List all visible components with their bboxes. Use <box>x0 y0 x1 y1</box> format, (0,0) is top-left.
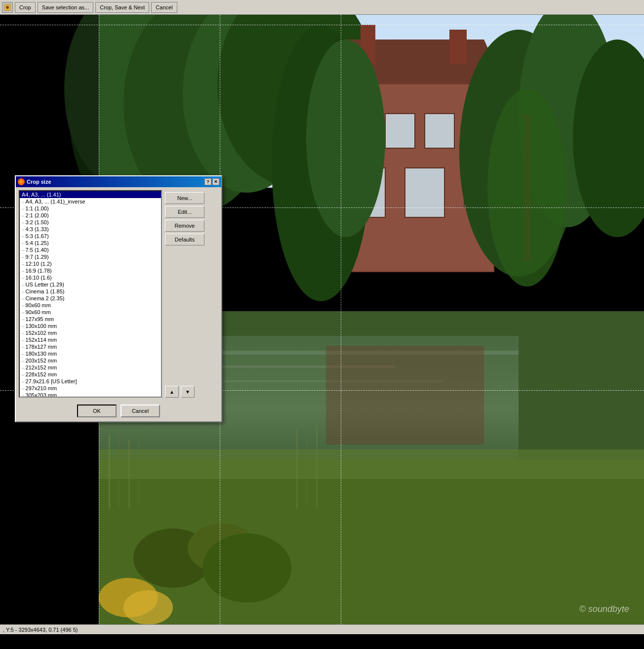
svg-rect-42 <box>128 440 130 509</box>
svg-rect-46 <box>316 425 318 509</box>
arrow-buttons: ▲ ▼ <box>165 382 204 398</box>
toolbar: Crop Save selection as... Crop, Save & N… <box>0 0 644 15</box>
dialog-title-left: 🔶 Crop size <box>18 178 51 185</box>
list-item[interactable]: A4, A3, ... (1.41) <box>20 191 161 198</box>
list-item[interactable]: –305x203 mm <box>20 392 161 398</box>
svg-point-28 <box>487 89 566 286</box>
dialog-help-button[interactable]: ? <box>204 178 211 185</box>
new-button[interactable]: New... <box>165 192 204 204</box>
svg-rect-36 <box>99 449 644 479</box>
svg-rect-14 <box>449 30 467 64</box>
list-item[interactable]: –5:4 (1.25) <box>20 240 161 246</box>
svg-rect-41 <box>119 430 120 509</box>
app-icon <box>2 2 13 13</box>
crop-button[interactable]: Crop <box>15 2 36 13</box>
svg-rect-34 <box>326 346 484 445</box>
dialog-footer: OK Cancel <box>16 401 221 421</box>
svg-point-39 <box>202 533 291 603</box>
list-item[interactable]: –1:1 (1.00) <box>20 205 161 212</box>
list-item[interactable]: –16:9 (1.78) <box>20 267 161 274</box>
svg-rect-44 <box>296 430 298 509</box>
list-item[interactable]: –5:3 (1.67) <box>20 233 161 240</box>
list-item[interactable]: –90x60 mm <box>20 309 161 316</box>
list-item[interactable]: –Cinema 2 (2.35) <box>20 295 161 302</box>
list-item[interactable]: –27.9x21.6 [US Letter] <box>20 378 161 385</box>
dialog-action-buttons: New... Edit... Remove Defaults ▲ ▼ <box>165 190 204 398</box>
list-item[interactable]: –152x102 mm <box>20 329 161 336</box>
list-item[interactable]: –152x114 mm <box>20 336 161 343</box>
list-item[interactable]: –7:5 (1.40) <box>20 246 161 253</box>
canvas-area: © soundbyte 🔶 Crop size ? ✕ A4, A3, ... … <box>0 15 644 634</box>
dialog-titlebar: 🔶 Crop size ? ✕ <box>16 176 221 187</box>
remove-button[interactable]: Remove <box>165 220 204 232</box>
svg-rect-40 <box>109 435 110 509</box>
watermark: © soundbyte <box>579 604 629 614</box>
list-item[interactable]: –Cinema 1 (1.85) <box>20 288 161 295</box>
list-item[interactable]: –9:7 (1.29) <box>20 253 161 260</box>
status-text: , Y:5 - 3293x4643, 0.71 (496 5) <box>3 627 78 633</box>
list-item[interactable]: –16:10 (1.6) <box>20 274 161 281</box>
cancel-toolbar-button[interactable]: Cancel <box>151 2 177 13</box>
svg-rect-43 <box>138 435 139 509</box>
move-down-button[interactable]: ▼ <box>181 386 195 398</box>
list-item[interactable]: –130x100 mm <box>20 323 161 329</box>
move-up-button[interactable]: ▲ <box>165 386 179 398</box>
list-item[interactable]: –4:3 (1.33) <box>20 226 161 233</box>
dialog-title-text: Crop size <box>27 179 51 185</box>
dialog-body: A4, A3, ... (1.41)–A4, A3, ... (1.41)_in… <box>16 187 221 401</box>
list-item[interactable]: –A4, A3, ... (1.41)_inverse <box>20 198 161 205</box>
svg-rect-20 <box>405 168 444 217</box>
list-item[interactable]: –127x95 mm <box>20 316 161 323</box>
crop-size-dialog: 🔶 Crop size ? ✕ A4, A3, ... (1.41)–A4, A… <box>15 175 222 422</box>
crop-line-right <box>341 15 341 634</box>
list-item[interactable]: –US Letter (1.29) <box>20 281 161 288</box>
ok-button[interactable]: OK <box>77 405 117 417</box>
svg-point-2 <box>6 6 9 9</box>
list-item[interactable]: –203x152 mm <box>20 357 161 364</box>
crop-line-top <box>0 25 644 25</box>
crop-size-list[interactable]: A4, A3, ... (1.41)–A4, A3, ... (1.41)_in… <box>19 190 162 398</box>
svg-rect-17 <box>425 114 454 148</box>
list-item[interactable]: –228x152 mm <box>20 371 161 378</box>
list-item[interactable]: –12:10 (1.2) <box>20 260 161 267</box>
dialog-close-button[interactable]: ✕ <box>212 178 219 185</box>
defaults-button[interactable]: Defaults <box>165 234 204 245</box>
cancel-dialog-button[interactable]: Cancel <box>121 405 160 417</box>
crop-save-next-button[interactable]: Crop, Save & Next <box>95 2 149 13</box>
save-selection-button[interactable]: Save selection as... <box>38 2 93 13</box>
status-bar: , Y:5 - 3293x4643, 0.71 (496 5) <box>0 624 644 634</box>
list-item[interactable]: –178x127 mm <box>20 343 161 350</box>
list-item[interactable]: –297x210 mm <box>20 385 161 392</box>
list-item[interactable]: –212x152 mm <box>20 364 161 371</box>
svg-point-48 <box>123 590 173 625</box>
list-item[interactable]: –2:1 (2.00) <box>20 212 161 219</box>
dialog-title-icon: 🔶 <box>18 178 25 185</box>
edit-button[interactable]: Edit... <box>165 206 204 218</box>
svg-rect-45 <box>306 435 307 509</box>
list-item[interactable]: –80x60 mm <box>20 302 161 309</box>
list-item[interactable]: –180x130 mm <box>20 350 161 357</box>
dialog-titlebar-right: ? ✕ <box>204 178 219 185</box>
list-item[interactable]: –3:2 (1.50) <box>20 219 161 226</box>
svg-rect-16 <box>385 114 415 148</box>
